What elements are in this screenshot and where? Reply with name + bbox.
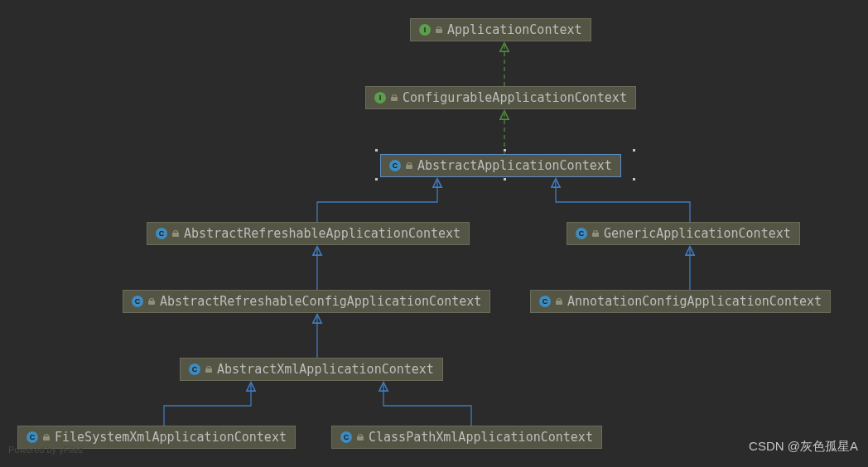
node-label: FileSystemXmlApplicationContext — [55, 430, 287, 445]
class-icon: C — [340, 431, 352, 443]
class-icon: C — [539, 296, 551, 307]
class-icon: C — [132, 296, 143, 307]
selection-handle[interactable] — [374, 177, 379, 181]
interface-icon: I — [374, 92, 386, 104]
node-abstract-application-context[interactable]: C AbstractApplicationContext — [380, 154, 621, 177]
node-application-context[interactable]: I ApplicationContext — [410, 18, 591, 41]
node-annotation-config-application-context[interactable]: C AnnotationConfigApplicationContext — [530, 290, 831, 313]
class-icon: C — [27, 431, 38, 443]
node-label: AbstractXmlApplicationContext — [217, 362, 434, 377]
node-generic-application-context[interactable]: C GenericApplicationContext — [567, 222, 800, 245]
node-label: ApplicationContext — [447, 22, 582, 37]
node-label: ConfigurableApplicationContext — [403, 90, 627, 105]
interface-icon: I — [419, 24, 431, 36]
selection-handle[interactable] — [632, 148, 636, 152]
lock-icon — [391, 94, 398, 101]
node-label: AbstractRefreshableApplicationContext — [184, 226, 461, 241]
selection-handle[interactable] — [632, 177, 636, 181]
lock-icon — [592, 230, 599, 237]
lock-icon — [436, 26, 442, 33]
node-abstract-refreshable-application-context[interactable]: C AbstractRefreshableApplicationContext — [147, 222, 470, 245]
selection-handle[interactable] — [374, 148, 379, 152]
lock-icon — [205, 366, 212, 373]
yfiles-watermark: Powered by yFiles — [8, 445, 83, 455]
lock-icon — [172, 230, 179, 237]
node-label: ClassPathXmlApplicationContext — [369, 430, 593, 445]
node-label: GenericApplicationContext — [604, 226, 791, 241]
node-abstract-refreshable-config-application-context[interactable]: C AbstractRefreshableConfigApplicationCo… — [123, 290, 490, 313]
node-classpath-xml-application-context[interactable]: C ClassPathXmlApplicationContext — [331, 426, 602, 449]
lock-icon — [148, 298, 155, 305]
lock-icon — [43, 434, 50, 441]
node-configurable-application-context[interactable]: I ConfigurableApplicationContext — [365, 86, 636, 109]
selection-handle[interactable] — [503, 148, 507, 152]
lock-icon — [357, 434, 364, 441]
class-icon: C — [189, 363, 200, 375]
lock-icon — [406, 162, 412, 169]
node-label: AbstractRefreshableConfigApplicationCont… — [160, 294, 481, 309]
selection-handle[interactable] — [503, 177, 507, 181]
class-icon: C — [156, 228, 167, 239]
node-label: AnnotationConfigApplicationContext — [567, 294, 822, 309]
lock-icon — [556, 298, 562, 305]
class-icon: C — [389, 160, 401, 171]
csdn-watermark: CSDN @灰色孤星A — [749, 439, 858, 455]
node-abstract-xml-application-context[interactable]: C AbstractXmlApplicationContext — [180, 358, 443, 381]
node-label: AbstractApplicationContext — [417, 158, 612, 173]
class-icon: C — [576, 228, 587, 239]
